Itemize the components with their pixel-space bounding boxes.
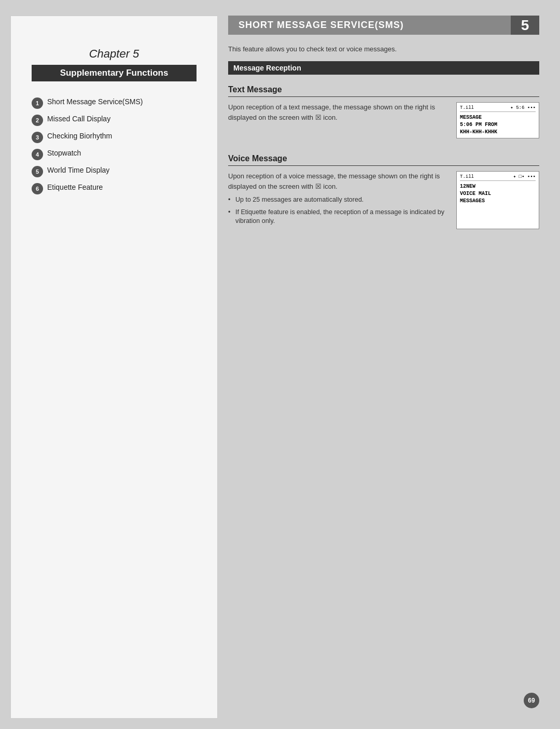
message-reception-bar: Message Reception [228, 61, 539, 75]
toc-number: 5 [32, 166, 43, 177]
feature-intro: This feature allows you to check text or… [228, 45, 539, 53]
voice-message-screen: T.ill ✦ □▪ ▪▪▪ 12NEW VOICE MAIL MESSAGES [456, 171, 539, 229]
text-screen-status: T.ill ✦ 5:6 ▪▪▪ [460, 105, 536, 112]
page-number: 69 [524, 693, 539, 708]
chapter-number-box: 5 [511, 16, 539, 35]
bullet-item: If Etiquette feature is enabled, the rec… [228, 208, 446, 226]
toc-item: 2 Missed Call Display [32, 114, 197, 126]
text-message-screen: T.ill ✦ 5:6 ▪▪▪ MESSAGE 5:06 PM FROM KHH… [456, 102, 539, 138]
voice-screen-content: 12NEW VOICE MAIL MESSAGES [460, 183, 536, 205]
chapter-subtitle: Supplementary Functions [32, 65, 197, 81]
toc-label: Checking Biorhythm [47, 131, 112, 142]
chapter-header-title: SHORT MESSAGE SERVICE(SMS) [228, 16, 511, 35]
toc-label: World Time Display [47, 165, 109, 176]
toc-number: 4 [32, 149, 43, 160]
toc-number: 2 [32, 115, 43, 126]
text-message-row: Upon reception of a text message, the me… [228, 102, 539, 138]
chapter-title: Chapter 5 [32, 47, 197, 61]
toc-item: 6 Etiquette Feature [32, 183, 197, 194]
voice-screen-line3: MESSAGES [460, 198, 536, 205]
voice-message-body: Upon reception of a voice message, the m… [228, 171, 446, 191]
page-container: Chapter 5 Supplementary Functions 1 Shor… [0, 0, 560, 729]
text-screen-content: MESSAGE 5:06 PM FROM KHH-KHH-KHHK [460, 114, 536, 136]
voice-message-left: Upon reception of a voice message, the m… [228, 171, 446, 229]
toc-label: Short Message Service(SMS) [47, 97, 143, 107]
toc-item: 1 Short Message Service(SMS) [32, 97, 197, 109]
toc-item: 4 Stopwatch [32, 148, 197, 160]
text-screen-icons: ✦ 5:6 ▪▪▪ [510, 105, 536, 110]
toc-label: Missed Call Display [47, 114, 110, 124]
voice-screen-status: T.ill ✦ □▪ ▪▪▪ [460, 174, 536, 181]
text-screen-signal: T.ill [460, 105, 474, 110]
voice-screen-line2: VOICE MAIL [460, 190, 536, 198]
voice-message-bullets: Up to 25 messages are automatically stor… [228, 195, 446, 226]
toc-label: Stopwatch [47, 148, 81, 159]
toc-number: 3 [32, 132, 43, 143]
text-screen-line3: KHH-KHH-KHHK [460, 129, 536, 136]
text-screen-line1: MESSAGE [460, 114, 536, 121]
left-panel: Chapter 5 Supplementary Functions 1 Shor… [10, 16, 218, 719]
toc-number: 1 [32, 97, 43, 109]
toc-item: 3 Checking Biorhythm [32, 131, 197, 143]
toc-label: Etiquette Feature [47, 183, 103, 193]
voice-screen-signal: T.ill [460, 174, 474, 179]
voice-message-title: Voice Message [228, 154, 539, 166]
voice-screen-icons: ✦ □▪ ▪▪▪ [513, 174, 536, 179]
voice-message-row: Upon reception of a voice message, the m… [228, 171, 539, 229]
voice-screen-line1: 12NEW [460, 183, 536, 190]
right-panel: SHORT MESSAGE SERVICE(SMS) 5 This featur… [218, 10, 550, 719]
toc-number: 6 [32, 183, 43, 194]
text-message-title: Text Message [228, 85, 539, 97]
bullet-item: Up to 25 messages are automatically stor… [228, 195, 446, 205]
message-reception-label: Message Reception [233, 64, 301, 72]
text-message-body: Upon reception of a text message, the me… [228, 102, 446, 138]
text-screen-line2: 5:06 PM FROM [460, 121, 536, 129]
toc-item: 5 World Time Display [32, 165, 197, 177]
toc-list: 1 Short Message Service(SMS) 2 Missed Ca… [32, 97, 197, 194]
chapter-header: SHORT MESSAGE SERVICE(SMS) 5 [228, 16, 539, 35]
